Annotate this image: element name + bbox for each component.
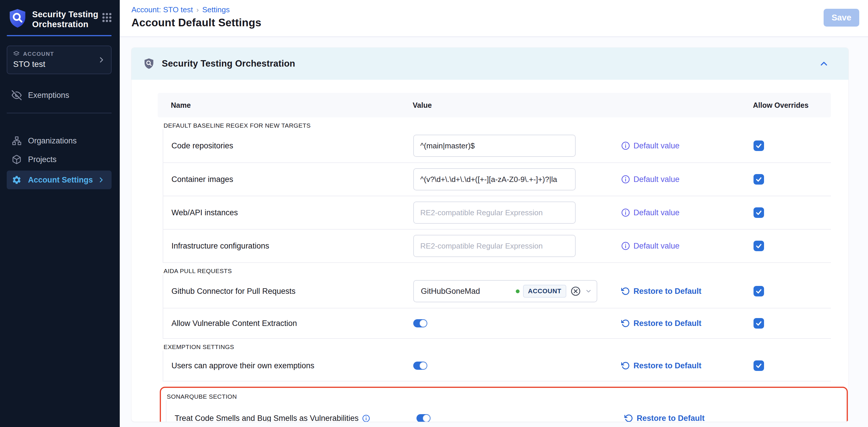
restore-to-default-link[interactable]: Restore to Default <box>621 361 753 370</box>
info-circle-icon <box>621 208 630 217</box>
sidebar: Security Testing Orchestration <box>0 0 120 427</box>
code-repositories-regex-input[interactable] <box>413 135 576 157</box>
main-area: Account: STO test › Settings Account Def… <box>120 0 868 427</box>
section-rows: Treat Code Smells and Bug Smells as Vuln… <box>166 400 835 422</box>
allow-override-checkbox[interactable] <box>753 141 764 151</box>
allow-override-checkbox[interactable] <box>753 360 764 371</box>
checkmark-icon <box>755 362 762 369</box>
checkmark-icon <box>755 176 762 183</box>
checkmark-icon <box>755 209 762 216</box>
sidebar-nav: Exemptions Organizations P <box>0 86 120 189</box>
setting-name: Container images <box>163 175 413 184</box>
connector-scope-tag: ACCOUNT <box>523 285 566 298</box>
setting-name: Allow Vulnerable Content Extraction <box>163 319 413 328</box>
column-header-name: Name <box>158 101 413 110</box>
setting-name: Users can approve their own exemptions <box>163 361 413 370</box>
allow-override-checkbox[interactable] <box>753 174 764 185</box>
checkmark-icon <box>755 320 762 327</box>
table-row: Infrastructure configurations Default va… <box>163 229 831 262</box>
breadcrumb: Account: STO test › Settings <box>131 5 261 14</box>
module-accent-bar <box>7 35 112 36</box>
checkmark-icon <box>755 143 762 149</box>
info-circle-icon <box>621 141 630 150</box>
allow-override-checkbox[interactable] <box>753 241 764 251</box>
section-caption-sonarqube: SONARQUBE SECTION <box>167 393 835 400</box>
rotate-ccw-icon <box>624 414 633 422</box>
chevron-up-icon[interactable] <box>819 58 829 69</box>
allow-override-checkbox[interactable] <box>753 286 764 297</box>
infrastructure-config-regex-input[interactable] <box>413 235 576 257</box>
account-name: STO test <box>13 60 97 69</box>
table-row: Allow Vulnerable Content Extraction Rest… <box>163 308 831 338</box>
panel-title: Security Testing Orchestration <box>162 58 295 69</box>
table-row: Container images Default value <box>163 162 831 196</box>
section-rows: Users can approve their own exemptions R… <box>163 350 831 382</box>
info-circle-icon <box>621 242 630 250</box>
restore-to-default-link[interactable]: Restore to Default <box>621 319 753 328</box>
breadcrumb-separator-icon: › <box>196 6 199 14</box>
sidebar-item-account-settings[interactable]: Account Settings <box>7 171 112 189</box>
section-caption-default-baseline-regex: DEFAULT BASELINE REGEX FOR NEW TARGETS <box>163 122 831 129</box>
container-images-regex-input[interactable] <box>413 168 576 190</box>
restore-to-default-link[interactable]: Restore to Default <box>624 414 757 422</box>
table-row: Web/API instances Default value <box>163 196 831 229</box>
checkmark-icon <box>755 288 762 295</box>
section-rows: Code repositories Default value <box>163 129 831 263</box>
info-circle-icon[interactable] <box>362 415 370 422</box>
sidebar-item-projects[interactable]: Projects <box>0 150 120 169</box>
treat-code-smells-toggle[interactable] <box>416 414 431 422</box>
org-chart-icon <box>12 136 22 146</box>
default-value-link[interactable]: Default value <box>621 141 753 150</box>
settings-card: Security Testing Orchestration Name Valu… <box>131 48 848 422</box>
allow-override-checkbox[interactable] <box>753 207 764 218</box>
sidebar-item-exemptions[interactable]: Exemptions <box>0 86 120 104</box>
account-scope-label: ACCOUNT <box>23 51 54 57</box>
default-value-link[interactable]: Default value <box>621 242 753 251</box>
sto-panel-header[interactable]: Security Testing Orchestration <box>131 48 848 80</box>
rotate-ccw-icon <box>621 361 630 370</box>
chevron-right-icon <box>97 176 104 183</box>
content-area: Security Testing Orchestration Name Valu… <box>120 37 868 427</box>
web-api-instances-regex-input[interactable] <box>413 202 576 224</box>
sidebar-divider <box>7 113 112 113</box>
allow-override-checkbox[interactable] <box>753 318 764 329</box>
chevron-down-icon[interactable] <box>585 288 592 295</box>
breadcrumb-account-link[interactable]: Account: STO test <box>131 5 193 14</box>
column-header-allow-overrides: Allow Overrides <box>753 101 831 110</box>
allow-vulnerable-content-toggle[interactable] <box>413 319 427 327</box>
app-root: Security Testing Orchestration <box>0 0 868 427</box>
github-connector-select[interactable]: GitHubGoneMad ACCOUNT <box>413 280 597 302</box>
table-row: Github Connector for Pull Requests GitHu… <box>163 275 831 308</box>
default-value-link[interactable]: Default value <box>621 208 753 217</box>
breadcrumb-settings-link[interactable]: Settings <box>203 5 230 14</box>
page-header: Account: STO test › Settings Account Def… <box>120 0 868 37</box>
table-header-row: Name Value Allow Overrides <box>158 93 831 117</box>
users-approve-own-exemptions-toggle[interactable] <box>413 362 427 370</box>
rotate-ccw-icon <box>621 319 630 328</box>
sidebar-header: Security Testing Orchestration <box>0 0 120 29</box>
sto-logo-shield-icon <box>8 8 27 29</box>
column-header-value: Value <box>413 101 621 110</box>
sidebar-item-label: Projects <box>28 155 57 164</box>
account-scope-info: ACCOUNT STO test <box>13 51 97 69</box>
page-title: Account Default Settings <box>131 17 261 29</box>
save-button[interactable]: Save <box>824 9 859 27</box>
eye-off-icon <box>12 90 22 100</box>
shield-magnifier-icon <box>144 58 154 69</box>
sonarqube-section-highlight: SONARQUBE SECTION Treat Code Smells and … <box>160 387 848 422</box>
x-circle-icon[interactable] <box>570 286 581 297</box>
setting-name: Github Connector for Pull Requests <box>163 287 413 296</box>
table-row: Code repositories Default value <box>163 129 831 162</box>
info-circle-icon <box>621 175 630 184</box>
rotate-ccw-icon <box>621 287 630 296</box>
account-scope-selector[interactable]: ACCOUNT STO test <box>7 45 112 74</box>
gear-icon <box>12 175 22 185</box>
default-value-link[interactable]: Default value <box>621 175 753 184</box>
connector-name: GitHubGoneMad <box>421 287 516 296</box>
sidebar-item-label: Exemptions <box>28 91 69 100</box>
restore-to-default-link[interactable]: Restore to Default <box>621 287 753 296</box>
section-caption-aida-pull-requests: AIDA PULL REQUESTS <box>163 268 831 275</box>
table-row: Treat Code Smells and Bug Smells as Vuln… <box>166 400 835 422</box>
sidebar-item-organizations[interactable]: Organizations <box>0 131 120 150</box>
app-switcher-grid-icon[interactable] <box>101 12 113 23</box>
